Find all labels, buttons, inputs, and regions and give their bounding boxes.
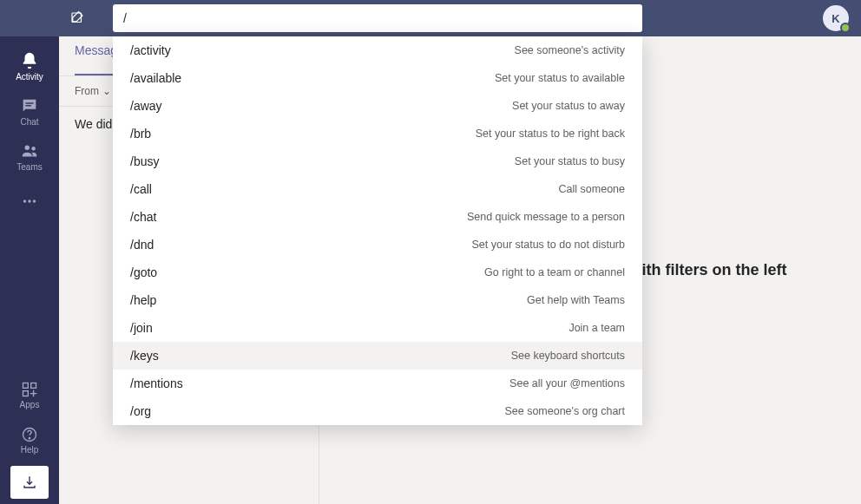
command-item[interactable]: /mentionsSee all your @mentions — [113, 370, 642, 397]
ellipsis-icon — [20, 192, 39, 211]
bell-icon — [20, 51, 39, 70]
command-description: Set your status to do not disturb — [472, 239, 626, 251]
command-description: Call someone — [559, 183, 625, 195]
sidebar-item-apps[interactable]: Apps — [0, 372, 59, 417]
filter-label: From — [75, 85, 99, 97]
apps-icon — [21, 381, 38, 398]
command-name: /busy — [130, 154, 159, 168]
sidebar-item-more[interactable] — [0, 179, 59, 224]
command-item[interactable]: /keysSee keyboard shortcuts — [113, 342, 642, 370]
command-name: /org — [130, 404, 151, 418]
command-description: See all your @mentions — [509, 377, 625, 389]
command-item[interactable]: /gotoGo right to a team or channel — [113, 259, 642, 286]
command-name: /dnd — [130, 238, 154, 252]
svg-point-7 — [33, 200, 36, 202]
command-description: Set your status to available — [495, 72, 625, 84]
command-description: Set your status to be right back — [476, 128, 625, 140]
command-item[interactable]: /orgSee someone's org chart — [113, 397, 642, 425]
download-button[interactable] — [10, 466, 49, 499]
search-input[interactable] — [113, 4, 642, 32]
command-item[interactable]: /awaySet your status to away — [113, 92, 642, 120]
svg-point-4 — [31, 147, 35, 150]
command-description: Get help with Teams — [527, 294, 625, 306]
command-name: /available — [130, 71, 181, 85]
sidebar-item-teams[interactable]: Teams — [0, 134, 59, 179]
help-icon — [21, 426, 38, 443]
sidebar-item-label: Activity — [16, 72, 43, 82]
svg-point-12 — [29, 437, 30, 438]
command-item[interactable]: /activitySee someone's activity — [113, 36, 642, 64]
chevron-down-icon: ⌄ — [102, 85, 111, 97]
sidebar-item-activity[interactable]: Activity — [0, 43, 59, 88]
sidebar-bottom: Apps Help — [0, 372, 59, 504]
chat-icon — [20, 96, 39, 115]
sidebar-item-label: Apps — [20, 400, 40, 409]
command-item[interactable]: /helpGet help with Teams — [113, 286, 642, 314]
command-name: /keys — [130, 349, 159, 363]
command-description: Set your status to busy — [515, 155, 625, 167]
command-item[interactable]: /joinJoin a team — [113, 314, 642, 342]
command-name: /chat — [130, 210, 156, 224]
sidebar-item-label: Help — [21, 445, 39, 455]
app-header: K — [0, 0, 861, 36]
command-description: Send quick message to a person — [467, 211, 625, 223]
sidebar: Activity Chat Teams Apps Help — [0, 36, 59, 504]
command-item[interactable]: /dndSet your status to do not disturb — [113, 231, 642, 259]
sidebar-item-help[interactable]: Help — [0, 417, 59, 462]
command-name: /call — [130, 182, 152, 196]
command-item[interactable]: /availableSet your status to available — [113, 64, 642, 92]
command-item[interactable]: /busySet your status to busy — [113, 147, 642, 175]
sidebar-item-label: Teams — [16, 162, 42, 172]
sidebar-item-chat[interactable]: Chat — [0, 88, 59, 134]
search-wrapper — [113, 4, 642, 32]
sidebar-item-label: Chat — [20, 117, 38, 127]
command-description: Join a team — [569, 322, 625, 334]
command-dropdown: /activitySee someone's activity/availabl… — [113, 36, 642, 425]
teams-icon — [20, 141, 39, 160]
svg-rect-8 — [23, 383, 29, 388]
svg-rect-10 — [23, 390, 29, 396]
command-item[interactable]: /callCall someone — [113, 175, 642, 203]
command-description: See someone's activity — [515, 44, 625, 56]
svg-point-5 — [23, 200, 26, 202]
command-item[interactable]: /brbSet your status to be right back — [113, 120, 642, 147]
command-description: See keyboard shortcuts — [511, 350, 625, 362]
command-name: /goto — [130, 265, 157, 279]
avatar[interactable]: K — [823, 5, 849, 31]
compose-button[interactable] — [59, 0, 95, 36]
presence-indicator — [840, 23, 851, 33]
command-description: Go right to a team or channel — [484, 266, 625, 278]
svg-point-3 — [25, 145, 30, 150]
command-name: /help — [130, 293, 156, 307]
command-item[interactable]: /chatSend quick message to a person — [113, 203, 642, 231]
svg-rect-9 — [31, 383, 36, 388]
command-name: /activity — [130, 43, 171, 57]
command-description: Set your status to away — [512, 100, 625, 112]
command-name: /brb — [130, 127, 151, 141]
svg-rect-2 — [25, 105, 30, 106]
avatar-initial: K — [831, 12, 839, 25]
command-name: /join — [130, 321, 153, 335]
command-name: /away — [130, 99, 162, 113]
svg-point-6 — [28, 200, 30, 202]
command-name: /mentions — [130, 376, 183, 390]
svg-rect-1 — [25, 102, 33, 103]
download-icon — [22, 475, 37, 490]
command-description: See someone's org chart — [504, 405, 625, 417]
